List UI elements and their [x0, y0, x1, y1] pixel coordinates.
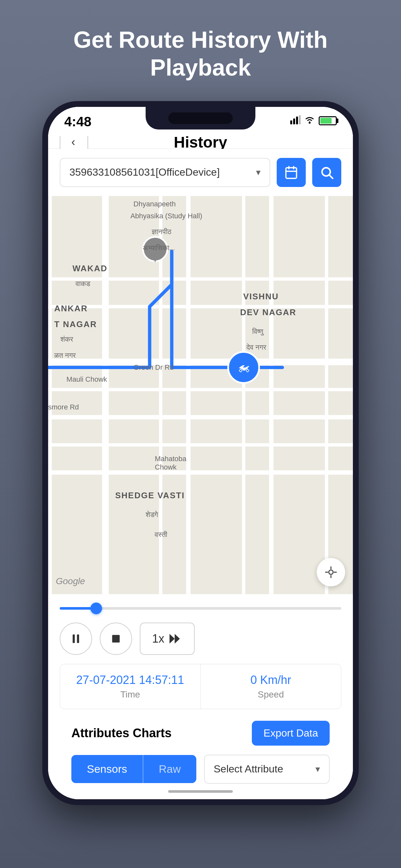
playback-thumb[interactable]: [90, 602, 102, 614]
stop-button[interactable]: [100, 623, 132, 655]
playback-area: 1x 27-07-2021 14:57:11 Time: [48, 594, 353, 799]
app-content: 4:48: [48, 107, 353, 799]
sensors-raw-toggle: Sensors Raw: [71, 755, 196, 783]
map-label-green-dr-rd: Green Dr Rd: [133, 363, 174, 372]
map-label-lat-nagar: ळत नगर: [54, 351, 76, 360]
time-value: 27-07-2021 14:57:11: [69, 673, 191, 687]
dropdown-chevron-icon: ▾: [256, 167, 260, 178]
stop-icon: [110, 632, 122, 645]
speed-card: 0 Km/hr Speed: [201, 664, 341, 709]
speed-button[interactable]: 1x: [140, 623, 195, 655]
speed-value: 0 Km/hr: [210, 673, 332, 687]
svg-rect-0: [290, 120, 292, 124]
select-attribute-placeholder: Select Attribute: [214, 763, 315, 775]
map-label-shankar: शंकर: [60, 335, 73, 344]
calendar-button[interactable]: [277, 158, 306, 187]
playback-controls: 1x: [60, 617, 341, 660]
notch: [146, 107, 255, 129]
dropdown-arrow-icon: ▾: [315, 764, 320, 774]
map-label-vishnu-devanagari: विष्णु: [252, 328, 263, 336]
back-chevron-icon: ‹: [71, 135, 75, 149]
pause-button[interactable]: [60, 623, 92, 655]
status-time: 4:48: [64, 114, 91, 129]
page-background: Get Route History With Playback 4:48: [0, 0, 401, 868]
device-name-text: 359633108561031[OfficeDevice]: [69, 166, 256, 178]
phone-screen: 4:48: [48, 107, 353, 799]
map-label-dev-nagar-devanagari: देव नगर: [246, 343, 266, 352]
map-label-abhyasika: Abhyasika (Study Hall): [130, 212, 203, 220]
map-label-gyanpith: ज्ञानपीठ: [152, 228, 172, 236]
map-label-vishnu: VISHNU: [243, 291, 279, 302]
device-dropdown[interactable]: 359633108561031[OfficeDevice] ▾: [60, 158, 270, 187]
map-label-ankar: ANKAR: [54, 304, 88, 314]
map-label-dhyanapeeth: Dhyanapeeth: [133, 200, 176, 208]
map-label-wakad: WAKAD: [73, 264, 107, 274]
svg-text:🏍: 🏍: [238, 361, 250, 374]
attributes-section: Attributes Charts Export Data Sensors Ra…: [60, 713, 341, 792]
status-icons: [290, 115, 337, 127]
svg-line-10: [329, 175, 333, 178]
battery-icon: [319, 116, 337, 125]
svg-rect-36: [73, 634, 75, 643]
google-logo: Google: [56, 576, 85, 586]
map-roads-svg: 🏍: [48, 196, 353, 594]
svg-rect-5: [286, 167, 297, 178]
wifi-icon: [305, 115, 315, 126]
signal-icon: [290, 115, 301, 127]
map-background: 🏍 WAKAD वाकड ANKAR T NAGAR शंकर ळत नगर M…: [48, 196, 353, 594]
toggle-row: Sensors Raw Select Attribute ▾: [71, 755, 330, 784]
svg-rect-2: [296, 117, 298, 124]
notch-pill: [168, 113, 233, 124]
map-label-amore-rd: smore Rd: [48, 403, 79, 411]
svg-rect-11: [48, 196, 353, 594]
pause-icon: [69, 632, 82, 645]
svg-rect-38: [112, 635, 120, 642]
screen-title: History: [88, 133, 313, 151]
select-attribute-dropdown[interactable]: Select Attribute ▾: [204, 755, 330, 784]
raw-tab[interactable]: Raw: [143, 755, 196, 783]
calendar-icon: [284, 165, 298, 180]
svg-point-31: [329, 570, 333, 574]
fast-forward-icon: [169, 634, 182, 644]
device-selector-row: 359633108561031[OfficeDevice] ▾: [48, 149, 353, 196]
svg-rect-3: [299, 115, 301, 124]
map-label-wakad-devanagari: वाकड: [75, 280, 90, 288]
playback-track[interactable]: [60, 607, 341, 610]
map-label-abhyasika-hindi: अभ्यासिका...: [143, 244, 175, 252]
svg-marker-40: [175, 634, 180, 644]
locate-icon: [325, 566, 337, 579]
svg-point-4: [309, 122, 311, 124]
home-indicator: [168, 790, 233, 793]
locate-me-button[interactable]: [317, 558, 345, 586]
map-label-mauli-chowk: Mauli Chowk: [66, 375, 107, 383]
svg-rect-37: [77, 634, 79, 643]
attributes-title: Attributes Charts: [71, 726, 172, 740]
speed-label: Speed: [210, 689, 332, 700]
map-label-shedge: शेडगे: [146, 510, 158, 519]
time-label: Time: [69, 689, 191, 700]
export-data-button[interactable]: Export Data: [252, 721, 330, 746]
attributes-header: Attributes Charts Export Data: [71, 721, 330, 746]
map-view[interactable]: 🏍 WAKAD वाकड ANKAR T NAGAR शंकर ळत नगर M…: [48, 196, 353, 594]
phone-frame: 4:48: [42, 101, 359, 805]
search-button[interactable]: [312, 158, 341, 187]
map-label-t-nagar: T NAGAR: [54, 319, 97, 330]
svg-rect-1: [293, 119, 295, 124]
map-label-vasti: वस्ती: [155, 531, 167, 539]
info-cards: 27-07-2021 14:57:11 Time 0 Km/hr Speed: [60, 664, 341, 709]
map-label-dev-nagar: DEV NAGAR: [240, 307, 297, 317]
map-label-mahatoba: MahatobaChowk: [155, 455, 186, 471]
sensors-tab[interactable]: Sensors: [71, 755, 143, 783]
map-label-shedge-vasti: SHEDGE VASTI: [115, 491, 185, 500]
speed-label: 1x: [152, 632, 164, 646]
playback-slider-container: [60, 602, 341, 617]
svg-marker-39: [169, 634, 175, 644]
search-icon: [320, 165, 334, 180]
battery-fill: [320, 118, 332, 124]
time-card: 27-07-2021 14:57:11 Time: [60, 664, 201, 709]
page-headline: Get Route History With Playback: [55, 26, 346, 82]
